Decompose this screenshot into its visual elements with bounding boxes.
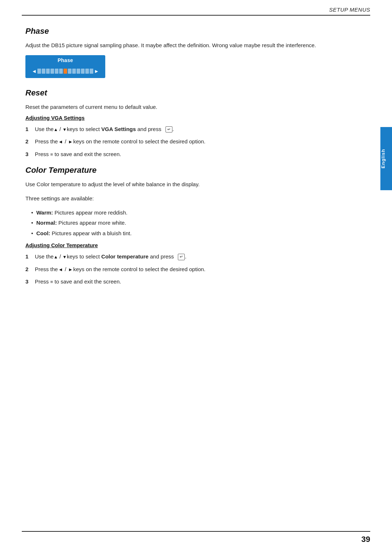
- phase-seg-9: [72, 69, 76, 74]
- phase-seg-1: [37, 69, 41, 74]
- phase-seg-3: [46, 69, 50, 74]
- page-number: 39: [362, 535, 370, 544]
- phase-seg-13: [90, 69, 93, 74]
- color-temp-steps-list: 1 Use the▲ / ▼keys to select Color tempe…: [25, 253, 367, 286]
- phase-track: [37, 68, 93, 74]
- left-arrow-icon-2: ◄: [58, 266, 63, 273]
- phase-right-arrow[interactable]: ►: [94, 68, 99, 74]
- right-arrow-icon: ►: [68, 138, 73, 146]
- phase-seg-11: [81, 69, 85, 74]
- vga-step-3: 3 Press ≡ to save and exit the screen.: [25, 150, 367, 159]
- adjusting-color-temp-subheading: Adjusting Color Temperature: [25, 242, 367, 248]
- phase-widget-title: Phase: [25, 55, 105, 65]
- color-temp-bullets: Warm: Pictures appear more reddish. Norm…: [31, 209, 367, 238]
- left-arrow-icon: ◄: [58, 138, 63, 146]
- sidebar-english-label: English: [380, 127, 392, 190]
- phase-seg-10: [77, 69, 80, 74]
- page-wrapper: English SETUP MENUS Phase Adjust the DB1…: [0, 0, 392, 555]
- color-temp-body1: Use Color temperature to adjust the leve…: [25, 180, 367, 188]
- menu-icon: ≡: [50, 151, 53, 158]
- down-arrow-icon: ▼: [62, 126, 67, 133]
- color-temp-step-3-content: Press ≡ to save and exit the screen.: [35, 278, 367, 286]
- phase-left-arrow[interactable]: ◄: [32, 68, 37, 74]
- phase-section: Phase Adjust the DB15 picture signal sam…: [25, 26, 367, 88]
- phase-seg-6: [59, 69, 63, 74]
- phase-widget-bar-area: ◄: [25, 65, 105, 78]
- bullet-cool: Cool: Pictures appear with a bluish tint…: [31, 229, 367, 238]
- bullet-normal: Normal: Pictures appear more white.: [31, 219, 367, 227]
- phase-seg-5: [55, 69, 58, 74]
- enter-icon-2: ↵: [178, 254, 185, 260]
- color-temp-body2: Three settings are available:: [25, 194, 367, 203]
- bottom-row: 39: [22, 535, 370, 544]
- color-temp-step-3-num: 3: [25, 278, 33, 286]
- phase-seg-2: [42, 69, 45, 74]
- color-temp-step-1-num: 1: [25, 253, 33, 261]
- main-content: Phase Adjust the DB15 picture signal sam…: [0, 16, 392, 304]
- down-arrow-icon-2: ▼: [62, 254, 67, 260]
- phase-seg-12: [85, 69, 89, 74]
- phase-seg-8: [68, 69, 72, 74]
- header-section: SETUP MENUS: [0, 0, 392, 13]
- phase-title: Phase: [25, 26, 367, 36]
- color-temp-step-2-content: Press the◄ / ►keys on the remote control…: [35, 265, 367, 274]
- color-temp-step-2-num: 2: [25, 265, 33, 274]
- vga-step-1: 1 Use the▲ / ▼keys to select VGA Setting…: [25, 125, 367, 134]
- vga-step-2-num: 2: [25, 138, 33, 146]
- up-arrow-icon-2: ▲: [54, 254, 58, 260]
- vga-step-3-num: 3: [25, 150, 33, 159]
- color-temp-step-3: 3 Press ≡ to save and exit the screen.: [25, 278, 367, 286]
- color-temp-step-2: 2 Press the◄ / ►keys on the remote contr…: [25, 265, 367, 274]
- vga-step-1-num: 1: [25, 125, 33, 134]
- enter-icon: ↵: [166, 126, 172, 132]
- vga-steps-list: 1 Use the▲ / ▼keys to select VGA Setting…: [25, 125, 367, 159]
- reset-section: Reset Reset the parameters of current me…: [25, 88, 367, 158]
- bullet-warm: Warm: Pictures appear more reddish.: [31, 209, 367, 217]
- menu-icon-2: ≡: [50, 278, 53, 286]
- bottom-section: 39: [0, 531, 392, 544]
- color-temp-step-1: 1 Use the▲ / ▼keys to select Color tempe…: [25, 253, 367, 261]
- setup-menus-label: SETUP MENUS: [329, 7, 370, 13]
- adjusting-vga-subheading: Adjusting VGA Settings: [25, 115, 367, 121]
- phase-body: Adjust the DB15 picture signal sampling …: [25, 41, 367, 49]
- color-temp-step-1-content: Use the▲ / ▼keys to select Color tempera…: [35, 253, 367, 261]
- phase-seg-7-active: [64, 69, 67, 74]
- right-arrow-icon-2: ►: [68, 266, 73, 273]
- color-temperature-section: Color Temperature Use Color temperature …: [25, 166, 367, 286]
- vga-step-2-content: Press the◄ / ►keys on the remote control…: [35, 138, 367, 146]
- phase-seg-4: [50, 69, 54, 74]
- reset-title: Reset: [25, 88, 367, 98]
- vga-step-2: 2 Press the◄ / ►keys on the remote contr…: [25, 138, 367, 146]
- up-arrow-icon: ▲: [54, 126, 58, 133]
- vga-step-3-content: Press ≡ to save and exit the screen.: [35, 150, 367, 159]
- phase-widget: Phase ◄: [25, 55, 105, 78]
- vga-step-1-content: Use the▲ / ▼keys to select VGA Settings …: [35, 125, 367, 134]
- bottom-divider: [22, 531, 370, 532]
- reset-body: Reset the parameters of current menu to …: [25, 103, 367, 111]
- color-temp-title: Color Temperature: [25, 166, 367, 175]
